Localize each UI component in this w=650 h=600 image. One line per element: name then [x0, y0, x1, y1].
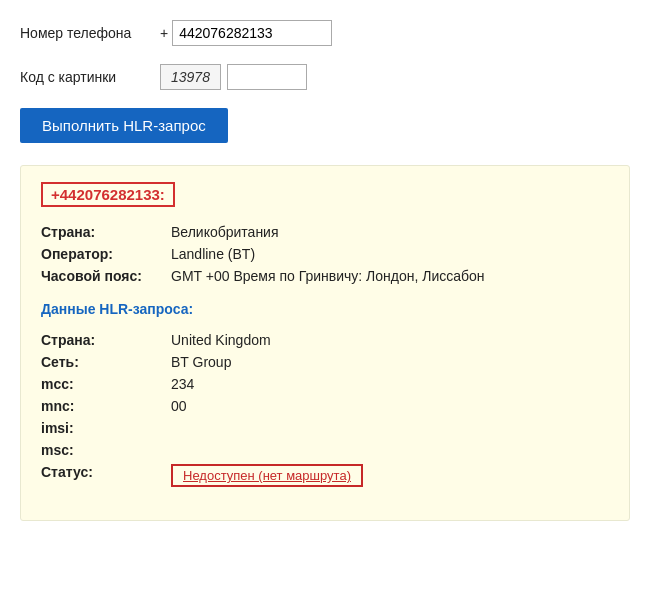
plus-sign: + — [160, 25, 168, 41]
status-row: Статус: Недоступен (нет маршрута) — [41, 461, 609, 490]
mcc-label: mcc: — [41, 373, 171, 395]
result-box: +442076282133: Страна: Великобритания Оп… — [20, 165, 630, 521]
operator-label: Оператор: — [41, 243, 171, 265]
basic-info-table: Страна: Великобритания Оператор: Landlin… — [41, 221, 609, 287]
country-hlr-row: Страна: United Kingdom — [41, 329, 609, 351]
phone-label: Номер телефона — [20, 25, 160, 41]
country-basic-row: Страна: Великобритания — [41, 221, 609, 243]
operator-row: Оператор: Landline (BT) — [41, 243, 609, 265]
status-cell: Недоступен (нет маршрута) — [171, 461, 609, 490]
network-value: BT Group — [171, 351, 609, 373]
network-row: Сеть: BT Group — [41, 351, 609, 373]
hlr-section-heading: Данные HLR-запроса: — [41, 301, 609, 317]
msc-label: msc: — [41, 439, 171, 461]
imsi-value — [171, 417, 609, 439]
msc-row: msc: — [41, 439, 609, 461]
mnc-value: 00 — [171, 395, 609, 417]
status-label: Статус: — [41, 461, 171, 490]
timezone-label: Часовой пояс: — [41, 265, 171, 287]
captcha-row: Код с картинки 13978 — [20, 64, 630, 90]
mcc-value: 234 — [171, 373, 609, 395]
hlr-button[interactable]: Выполнить HLR-запрос — [20, 108, 228, 143]
imsi-row: imsi: — [41, 417, 609, 439]
country-hlr-value: United Kingdom — [171, 329, 609, 351]
phone-input[interactable] — [172, 20, 332, 46]
country-hlr-label: Страна: — [41, 329, 171, 351]
mnc-row: mnc: 00 — [41, 395, 609, 417]
hlr-info-table: Страна: United Kingdom Сеть: BT Group mc… — [41, 329, 609, 490]
phone-row: Номер телефона + — [20, 20, 630, 46]
mcc-row: mcc: 234 — [41, 373, 609, 395]
msc-value — [171, 439, 609, 461]
status-badge: Недоступен (нет маршрута) — [171, 464, 363, 487]
captcha-input[interactable] — [227, 64, 307, 90]
button-row: Выполнить HLR-запрос — [20, 108, 630, 165]
timezone-row: Часовой пояс: GMT +00 Время по Гринвичу:… — [41, 265, 609, 287]
captcha-image: 13978 — [160, 64, 221, 90]
country-basic-value: Великобритания — [171, 221, 609, 243]
phone-heading: +442076282133: — [41, 182, 175, 207]
operator-value: Landline (BT) — [171, 243, 609, 265]
country-basic-label: Страна: — [41, 221, 171, 243]
network-label: Сеть: — [41, 351, 171, 373]
mnc-label: mnc: — [41, 395, 171, 417]
imsi-label: imsi: — [41, 417, 171, 439]
captcha-label: Код с картинки — [20, 69, 160, 85]
timezone-value: GMT +00 Время по Гринвичу: Лондон, Лисса… — [171, 265, 609, 287]
